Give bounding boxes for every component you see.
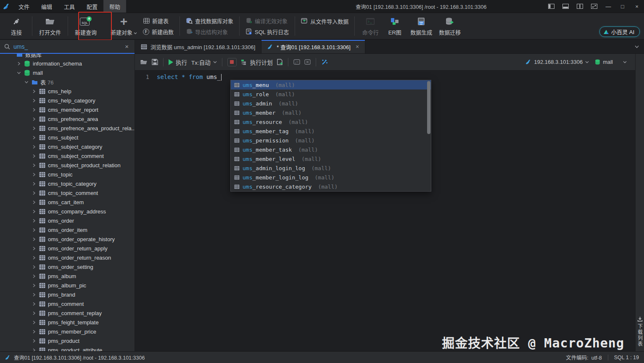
chevron-right-icon[interactable] [32, 163, 36, 167]
chevron-right-icon[interactable] [32, 339, 36, 343]
tree-schema-information-schema[interactable]: information_schema [0, 59, 135, 68]
layout-split-icon[interactable] [573, 0, 587, 13]
chevron-right-icon[interactable] [32, 247, 36, 250]
new-function-button[interactable]: F 新建函数 [143, 27, 174, 36]
menu-item[interactable]: 帮助 [103, 0, 126, 13]
sidebar-search[interactable]: ums_ × [0, 40, 135, 54]
comment-icon[interactable]: /* [293, 59, 300, 65]
run-button[interactable]: 执行 [169, 58, 187, 66]
download-list-tab[interactable]: 下载列表 [636, 324, 644, 347]
format-magic-icon[interactable] [321, 59, 328, 65]
autocomplete-scrollbar[interactable] [427, 81, 430, 134]
tree-table-row[interactable]: pms_member_price [0, 327, 135, 336]
tree-table-row[interactable]: pms_product [0, 336, 135, 345]
data-migrate-button[interactable]: 数据迁移 [435, 15, 464, 37]
new-object-button[interactable]: + 新建对象 [107, 15, 140, 37]
chevron-right-icon[interactable] [32, 256, 36, 260]
minimize-button[interactable]: — [601, 0, 615, 13]
tree-table-row[interactable]: pms_album [0, 271, 135, 281]
chevron-right-icon[interactable] [17, 62, 21, 66]
tree-table-row[interactable]: oms_order_return_apply [0, 244, 135, 253]
chevron-right-icon[interactable] [32, 89, 36, 93]
new-query-button[interactable]: SQL+ 新建查询 [71, 15, 100, 37]
chevron-right-icon[interactable] [32, 348, 36, 352]
autocomplete-item[interactable]: ums_resource_category (mall) [231, 182, 431, 191]
tree-table-row[interactable]: oms_order_item [0, 225, 135, 234]
chevron-right-icon[interactable] [32, 311, 36, 315]
menu-item[interactable]: 编辑 [35, 0, 58, 13]
layout-fullscreen-icon[interactable] [587, 0, 601, 13]
tree-table-row[interactable]: pms_feight_template [0, 318, 135, 327]
chevron-right-icon[interactable] [32, 99, 36, 103]
autocomplete-item[interactable]: ums_member_level (mall) [231, 154, 431, 163]
compile-invalid-button[interactable]: 编译无效对象 [245, 16, 289, 25]
tab-overflow-chevron-icon[interactable] [630, 40, 644, 53]
tree-table-row[interactable]: pms_product_attribute [0, 345, 135, 351]
autocomplete-item[interactable]: ums_member_tag (mall) [231, 126, 431, 136]
database-dropdown[interactable]: mall [595, 59, 627, 65]
chevron-expanded-icon[interactable] [24, 80, 29, 84]
chevron-right-icon[interactable] [32, 321, 36, 324]
copy-result-icon[interactable] [277, 59, 283, 65]
chevron-right-icon[interactable] [32, 182, 36, 186]
tab-browse-data[interactable]: 浏览数据 ums_admin [192.168.3.101:3306] [135, 40, 261, 53]
close-button[interactable]: × [630, 0, 644, 13]
chevron-expanded-icon[interactable] [17, 71, 21, 75]
autocomplete-item[interactable]: ums_admin_login_log (mall) [231, 163, 431, 173]
menu-item[interactable]: 配置 [81, 0, 103, 13]
autocomplete-item[interactable]: ums_menu (mall) [231, 80, 431, 89]
connect-button[interactable]: 连接 [4, 15, 29, 37]
chevron-right-icon[interactable] [32, 136, 36, 139]
tree-table-row[interactable]: oms_cart_item [0, 197, 135, 207]
import-data-button[interactable]: 从文件导入数据 [301, 17, 348, 25]
new-table-button[interactable]: 新建表 [143, 16, 174, 25]
tree-schema-mall[interactable]: mall [0, 68, 135, 77]
open-file-icon[interactable] [140, 59, 148, 65]
sql-log-button[interactable]: SQL 执行日志 [245, 27, 289, 36]
tx-mode-dropdown[interactable]: Tx:自动 [191, 58, 217, 66]
ai-assistant-button[interactable]: 小百灵 AI [599, 26, 640, 37]
chevron-right-icon[interactable] [32, 210, 36, 213]
explain-plan-button[interactable]: 执行计划 [241, 58, 273, 66]
tree-table-row[interactable]: pms_album_pic [0, 281, 135, 290]
maximize-button[interactable]: □ [615, 0, 630, 13]
tree-table-row[interactable]: cms_member_report [0, 105, 135, 114]
chevron-right-icon[interactable] [32, 108, 36, 112]
tree-table-row[interactable]: oms_order_operate_history [0, 234, 135, 244]
chevron-right-icon[interactable] [32, 330, 36, 334]
tree-table-row[interactable]: cms_topic_category [0, 179, 135, 188]
download-icon[interactable] [637, 316, 643, 322]
find-db-objects-button[interactable]: 查找数据库对象 [186, 16, 233, 25]
chevron-right-icon[interactable] [32, 302, 36, 306]
chevron-right-icon[interactable] [32, 173, 36, 176]
cmdline-button[interactable]: 命令行 [358, 15, 383, 37]
chevron-right-icon[interactable] [32, 265, 36, 269]
save-icon[interactable] [152, 59, 158, 65]
tree-table-row[interactable]: oms_order_setting [0, 262, 135, 271]
tree-tables-folder[interactable]: 表76 [0, 77, 135, 87]
tree-table-row[interactable]: cms_subject_category [0, 142, 135, 151]
chevron-right-icon[interactable] [32, 126, 36, 130]
export-struct-button[interactable]: 导出结构对象 [186, 27, 233, 36]
autocomplete-item[interactable]: ums_member_login_log (mall) [231, 173, 431, 182]
chevron-right-icon[interactable] [32, 293, 36, 297]
clear-format-icon[interactable] [304, 59, 311, 65]
menu-item[interactable]: 工具 [58, 0, 81, 13]
tree-table-row[interactable]: cms_help_category [0, 96, 135, 105]
chevron-right-icon[interactable] [32, 191, 36, 195]
chevron-right-icon[interactable] [32, 154, 36, 158]
tree-table-row[interactable]: oms_company_address [0, 207, 135, 216]
open-file-button[interactable]: 打开文件 [36, 15, 64, 37]
tree-table-row[interactable]: cms_topic_comment [0, 188, 135, 197]
chevron-right-icon[interactable] [32, 228, 36, 232]
tree-table-row[interactable]: oms_order [0, 216, 135, 225]
autocomplete-item[interactable]: ums_resource (mall) [231, 117, 431, 126]
autocomplete-item[interactable]: ums_permission (mall) [231, 136, 431, 145]
search-input[interactable]: ums_ [13, 43, 120, 50]
tree-table-row[interactable]: cms_prefrence_area [0, 114, 135, 124]
tree-table-row[interactable]: cms_help [0, 87, 135, 96]
tree-table-row[interactable]: cms_subject_comment [0, 151, 135, 160]
chevron-right-icon[interactable] [32, 219, 36, 223]
chevron-right-icon[interactable] [32, 237, 36, 241]
tree-root-node[interactable]: 数据库 [0, 54, 135, 59]
